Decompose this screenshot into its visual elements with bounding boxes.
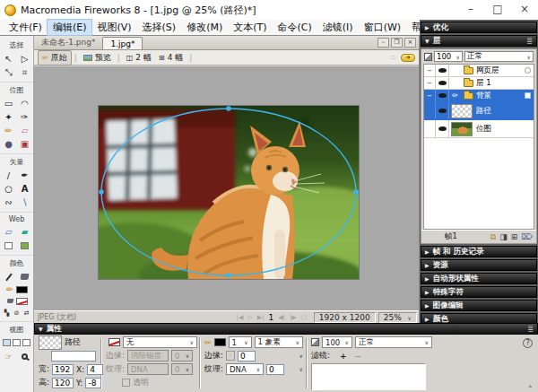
filters-list[interactable] bbox=[311, 363, 426, 390]
web-layer-visibility-icon[interactable] bbox=[436, 65, 449, 76]
add-filter-button[interactable]: + bbox=[340, 352, 347, 361]
tab-1-jpg[interactable]: 1.jpg* bbox=[102, 37, 143, 49]
next-frame-icon[interactable]: |▶ bbox=[290, 314, 297, 321]
background-layer-name[interactable]: 背景 bbox=[476, 91, 491, 101]
layers-options-menu-icon[interactable]: ≣ bbox=[526, 37, 533, 45]
two-up-view-button[interactable]: ◫ 2 幅 bbox=[123, 51, 155, 65]
stroke-texture-dropdown-icon[interactable]: ∨ bbox=[299, 366, 303, 372]
stroke-size-select[interactable]: 1 ∨ bbox=[229, 336, 252, 348]
menu-file[interactable]: 文件(F) bbox=[4, 20, 48, 35]
transparent-checkbox[interactable] bbox=[122, 379, 130, 387]
new-layer-icon[interactable]: ⊞ bbox=[511, 232, 518, 242]
preview-view-button[interactable]: 预览 bbox=[80, 51, 115, 65]
pencil-tool-icon[interactable]: ✏ bbox=[1, 124, 17, 137]
fill-type-select[interactable]: 无 ∨ bbox=[123, 336, 197, 348]
object-blend-mode-select[interactable]: 正常 ∨ bbox=[355, 336, 432, 348]
zoom-tool-icon[interactable] bbox=[17, 350, 33, 363]
menu-modify[interactable]: 修改(M) bbox=[181, 20, 228, 35]
doc-minimize-button[interactable]: – bbox=[377, 38, 389, 48]
layer-row-path[interactable]: 路径 bbox=[424, 102, 534, 120]
four-up-view-button[interactable]: ⊞ 4 幅 bbox=[155, 51, 187, 65]
bitmap-object-name[interactable]: 位图 bbox=[476, 124, 491, 135]
freeform-tool-icon[interactable]: ∾ bbox=[1, 196, 17, 209]
text-tool-icon[interactable]: A bbox=[17, 182, 33, 196]
hand-tool-icon[interactable]: ☞ bbox=[1, 350, 17, 363]
tab-untitled-1[interactable]: 未命名-1.png* bbox=[34, 35, 102, 49]
object-opacity-input[interactable]: 100 ∨ bbox=[322, 336, 352, 348]
menu-view[interactable]: 视图(V) bbox=[91, 20, 136, 35]
properties-options-menu-icon[interactable]: ≣ bbox=[527, 325, 534, 333]
stroke-color-chip[interactable] bbox=[214, 338, 226, 346]
hotspot-tool-icon[interactable]: ▱ bbox=[1, 225, 17, 239]
x-input[interactable] bbox=[87, 364, 103, 375]
original-view-button[interactable]: ✏ 原始 bbox=[38, 50, 72, 65]
layer1-expand-icon[interactable]: − bbox=[424, 77, 436, 89]
line-tool-icon[interactable]: ∕ bbox=[1, 169, 17, 182]
doc-restore-button[interactable]: ❐ bbox=[391, 38, 403, 48]
stroke-edge-amount-input[interactable] bbox=[238, 351, 256, 362]
layer1-visibility-icon[interactable] bbox=[436, 77, 449, 89]
frames-history-panel-header[interactable]: ▶ 帧 和 历史记录 bbox=[421, 246, 537, 257]
background-visibility-icon[interactable] bbox=[436, 90, 449, 101]
help-icon[interactable]: ? bbox=[523, 338, 533, 348]
eraser-tool-icon[interactable]: ▱ bbox=[17, 124, 33, 137]
layer-row-web-layer[interactable]: − 网页层 bbox=[424, 65, 534, 77]
panel-collapse-arrow-icon[interactable]: ▵ bbox=[528, 382, 532, 389]
y-input[interactable] bbox=[85, 378, 101, 388]
hide-slices-tool-icon[interactable] bbox=[1, 239, 17, 252]
new-bitmap-image-icon[interactable]: ⧉ bbox=[490, 232, 496, 242]
background-expand-icon[interactable]: − bbox=[424, 90, 436, 101]
window-maximize-button[interactable]: □ bbox=[484, 0, 511, 20]
rubber-stamp-tool-icon[interactable]: ▣ bbox=[17, 137, 33, 151]
subselection-tool-icon[interactable]: ▷ bbox=[17, 52, 33, 65]
delete-layer-icon[interactable]: ⌦ bbox=[521, 232, 533, 242]
layers-panel-header[interactable]: ▼ 层 ≣ bbox=[421, 35, 537, 47]
paint-bucket-tool-icon[interactable] bbox=[17, 270, 33, 283]
fill-color-chip[interactable] bbox=[108, 338, 120, 346]
path-visibility-icon[interactable] bbox=[436, 102, 449, 119]
zoom-level-select[interactable]: 25% ∨ bbox=[378, 312, 417, 323]
menu-text[interactable]: 文本(T) bbox=[228, 20, 272, 35]
stroke-color-swatch[interactable] bbox=[16, 286, 28, 293]
properties-panel-header[interactable]: ▼ 属性 ≣ bbox=[34, 323, 538, 335]
object-name-input[interactable] bbox=[51, 351, 96, 362]
fill-color-well[interactable] bbox=[0, 295, 33, 307]
height-input[interactable] bbox=[52, 378, 74, 388]
remove-filter-button[interactable]: − bbox=[355, 352, 362, 361]
eyedropper-tool-icon[interactable] bbox=[1, 270, 17, 283]
special-chars-panel-header[interactable]: ▶ 特殊字符 bbox=[421, 286, 537, 298]
menu-commands[interactable]: 命令(C) bbox=[273, 20, 317, 35]
add-mask-icon[interactable]: ◨ bbox=[499, 232, 508, 242]
blur-tool-icon[interactable]: ● bbox=[1, 137, 17, 151]
swap-colors-icon[interactable]: ⇄ bbox=[22, 309, 30, 317]
auto-shape-panel-header[interactable]: ▶ 自动形状属性 bbox=[421, 273, 537, 284]
full-screen-mode-button[interactable] bbox=[22, 339, 30, 346]
loop-icon[interactable]: ○ bbox=[301, 314, 307, 321]
doc-close-button[interactable]: × bbox=[404, 38, 416, 48]
web-layer-name[interactable]: 网页层 bbox=[476, 65, 499, 76]
web-layer-expand-icon[interactable]: − bbox=[424, 65, 436, 76]
optimize-panel-header[interactable]: ▶ 优化 bbox=[421, 22, 537, 33]
window-minimize-button[interactable]: – bbox=[457, 0, 484, 20]
menu-window[interactable]: 窗口(W) bbox=[359, 20, 406, 35]
magic-wand-tool-icon[interactable]: ✦ bbox=[1, 110, 17, 124]
play-icon[interactable]: ▷ bbox=[247, 314, 252, 321]
layer-row-bitmap[interactable]: 位图 bbox=[424, 120, 534, 138]
last-frame-icon[interactable]: ▶| bbox=[257, 314, 265, 321]
menu-select[interactable]: 选择(S) bbox=[137, 20, 182, 35]
assets-panel-header[interactable]: ▶ 资源 bbox=[421, 259, 537, 271]
quick-export-button[interactable]: ➜ bbox=[401, 54, 415, 62]
stroke-texture-select[interactable]: DNA ∨ bbox=[226, 363, 264, 375]
path-object-name[interactable]: 路径 bbox=[476, 106, 491, 117]
default-colors-icon[interactable]: ▚ bbox=[3, 309, 11, 317]
stroke-edge-slider[interactable]: · bbox=[226, 351, 235, 361]
slice-tool-icon[interactable]: ▰ bbox=[17, 225, 33, 239]
canvas-area[interactable] bbox=[34, 66, 419, 310]
layer-row-background[interactable]: − ✏ 背景 bbox=[424, 90, 534, 102]
menu-filters[interactable]: 滤镜(I) bbox=[317, 20, 359, 35]
stroke-edge-dropdown-icon[interactable]: ∨ bbox=[299, 353, 303, 359]
layer-opacity-input[interactable]: 100 ∨ bbox=[434, 51, 463, 62]
first-frame-icon[interactable]: |◀ bbox=[237, 314, 244, 321]
marquee-tool-icon[interactable]: ▭ bbox=[1, 97, 17, 110]
knife-tool-icon[interactable]: ∖ bbox=[17, 196, 33, 209]
